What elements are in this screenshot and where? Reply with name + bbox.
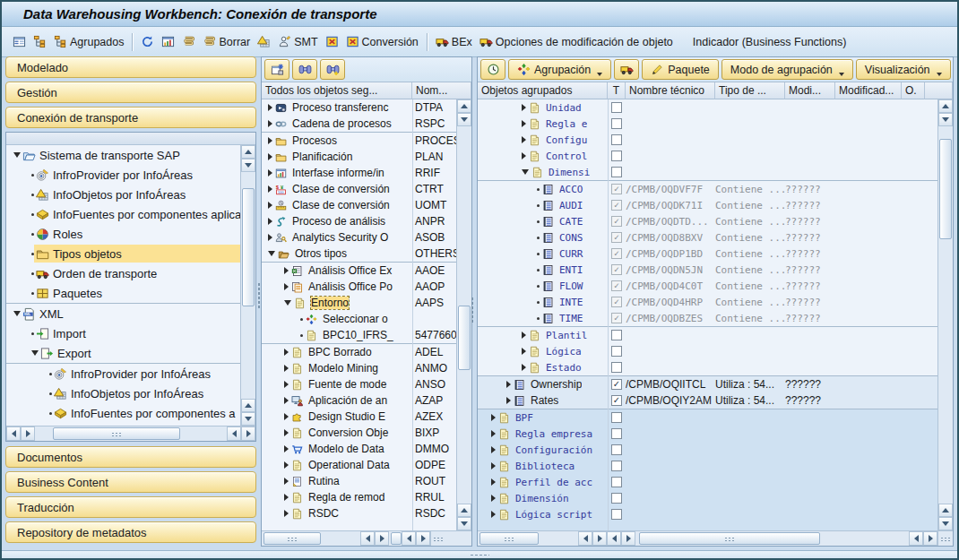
vertical-scrollbar[interactable] — [456, 99, 471, 530]
chevron-right-icon[interactable] — [522, 152, 526, 159]
chevron-right-icon[interactable] — [284, 349, 289, 356]
object-type-row[interactable]: $¥100Clase de conversiónCTRT — [262, 181, 456, 197]
scroll-right-button[interactable] — [375, 531, 389, 546]
scroll-up-button[interactable] — [938, 504, 953, 517]
conversion-button[interactable]: Conversión — [342, 33, 422, 50]
object-changeability-button[interactable]: Opciones de modificación de objeto — [476, 33, 677, 50]
chevron-right-icon[interactable] — [284, 429, 289, 436]
find-button[interactable] — [292, 59, 317, 80]
delete-button[interactable]: Borrar — [199, 33, 254, 50]
object-type-row[interactable]: Otros tiposOTHERS — [262, 246, 456, 262]
vertical-scrollbar[interactable] — [937, 99, 953, 530]
scrollbar-thumb[interactable] — [242, 188, 255, 306]
sidebar-button-documentos[interactable]: Documentos — [5, 446, 256, 468]
scroll-left-button[interactable] — [607, 531, 621, 546]
column-header[interactable]: Tipo de ... — [715, 82, 785, 99]
scroll-down-button[interactable] — [241, 159, 255, 172]
nav-tree-item[interactable]: Paquetes — [6, 283, 240, 303]
chevron-right-icon[interactable] — [268, 234, 272, 241]
object-type-row[interactable]: Fuente de modeANSO — [262, 376, 456, 392]
chevron-right-icon[interactable] — [284, 461, 289, 469]
chevron-right-icon[interactable] — [284, 365, 289, 372]
chevron-right-icon[interactable] — [268, 120, 272, 127]
chevron-down-icon[interactable] — [284, 300, 291, 306]
infoobject-button[interactable] — [254, 33, 274, 50]
select-checkbox[interactable] — [611, 330, 622, 340]
grouped-object-row[interactable]: Lógica — [478, 343, 937, 359]
grouped-object-row[interactable]: BPF — [478, 409, 937, 426]
chevron-right-icon[interactable] — [268, 169, 272, 177]
select-checkbox[interactable] — [611, 362, 622, 373]
find-next-button[interactable] — [320, 59, 345, 80]
chevron-right-icon[interactable] — [522, 348, 526, 355]
hierarchy-button[interactable] — [30, 33, 50, 50]
nav-tree-item[interactable]: Roles — [6, 224, 240, 244]
chevron-right-icon[interactable] — [522, 136, 526, 143]
report-button[interactable] — [158, 33, 178, 50]
grouped-object-row[interactable]: Estado — [478, 359, 937, 375]
scrollbar-thumb[interactable] — [53, 427, 180, 440]
grouping-button[interactable]: Agrupación — [508, 59, 611, 80]
object-type-row[interactable]: Modelo de DataDMMO — [262, 441, 456, 457]
object-type-row[interactable]: BPC BorradoADEL — [262, 343, 456, 360]
chevron-right-icon[interactable] — [268, 137, 272, 144]
grouped-object-row[interactable]: TIME✓/CPMB/OQDBZESContiene ...?????? — [478, 310, 937, 326]
display-button[interactable]: Visualización — [856, 59, 951, 80]
chevron-down-icon[interactable] — [268, 251, 275, 256]
scrollbar-thumb[interactable] — [264, 532, 321, 545]
refresh-button[interactable] — [137, 33, 158, 50]
scroll-down-button[interactable] — [457, 113, 471, 126]
scroll-left-button[interactable] — [227, 426, 241, 441]
sidebar-button-business-content[interactable]: Business Content — [5, 471, 256, 493]
chevron-right-icon[interactable] — [491, 478, 496, 486]
collect-button[interactable] — [480, 59, 505, 80]
scroll-up-button[interactable] — [457, 504, 471, 517]
grouped-object-row[interactable]: ENTI✓/CPMB/OQDN5JNContiene ...?????? — [478, 262, 937, 278]
scroll-right-button[interactable] — [621, 531, 635, 546]
grouped-object-row[interactable]: Control — [478, 148, 937, 164]
grouped-object-row[interactable]: FLOW✓/CPMB/OQD4C0TContiene ...?????? — [478, 278, 937, 294]
object-type-row[interactable]: Design Studio EAZEX — [262, 409, 456, 425]
package-button[interactable]: Paquete — [642, 59, 719, 80]
select-checkbox[interactable] — [611, 346, 622, 357]
object-type-row[interactable]: Análisis Office PoAAOP — [262, 279, 456, 295]
chevron-right-icon[interactable] — [506, 381, 511, 388]
nav-tree-item[interactable]: Roles — [6, 423, 240, 426]
grouped-object-row[interactable]: Dimensi — [478, 164, 937, 180]
scroll-left-button[interactable] — [6, 426, 21, 441]
object-type-row[interactable]: Regla de remodRRUL — [262, 489, 456, 505]
object-type-row[interactable]: Proceso transferencDTPA — [262, 99, 456, 116]
sidebar-button-traduccion[interactable]: Traducción — [5, 496, 256, 518]
scroll-right-button[interactable] — [592, 531, 607, 546]
scroll-up-button[interactable] — [938, 99, 953, 113]
grouped-object-row[interactable]: Plantil — [478, 326, 937, 343]
chevron-right-icon[interactable] — [268, 218, 272, 225]
scrollbar-thumb[interactable] — [639, 532, 820, 545]
grouped-object-row[interactable]: Dimensión — [478, 490, 937, 506]
column-header[interactable]: Objetos agrupados — [478, 82, 608, 99]
select-checkbox[interactable] — [611, 477, 622, 487]
scroll-up-button[interactable] — [241, 399, 255, 412]
object-type-row[interactable]: RutinaROUT — [262, 473, 456, 489]
chevron-right-icon[interactable] — [491, 414, 496, 421]
grouped-object-row[interactable]: AUDI✓/CPMB/OQDK71IContiene ...?????? — [478, 197, 937, 213]
create-template-button[interactable] — [264, 59, 289, 80]
grouped-object-row[interactable]: Lógica script — [478, 506, 937, 522]
nav-tree-item[interactable]: Import — [6, 323, 240, 343]
select-checkbox[interactable] — [611, 118, 622, 129]
chevron-right-icon[interactable] — [268, 153, 272, 160]
grouped-object-row[interactable]: CATE✓/CPMB/OQDTD...Contiene ...?????? — [478, 213, 937, 229]
column-header[interactable]: O. — [902, 82, 925, 99]
object-type-row[interactable]: RSDCRSDC — [262, 505, 456, 521]
object-type-row[interactable]: Operational DataODPE — [262, 457, 456, 473]
scroll-down-button[interactable] — [457, 517, 471, 530]
chevron-right-icon[interactable] — [268, 185, 272, 193]
chevron-down-icon[interactable] — [13, 311, 21, 316]
scroll-right-button[interactable] — [21, 426, 35, 441]
right-splitter-grip[interactable] — [471, 297, 475, 323]
chevron-right-icon[interactable] — [284, 267, 289, 274]
nav-tree-item[interactable]: XMLXML — [6, 303, 240, 323]
horizontal-scrollbar[interactable] — [478, 530, 953, 546]
grouped-object-row[interactable]: INTE✓/CPMB/OQD4HRPContiene ...?????? — [478, 294, 937, 310]
chevron-right-icon[interactable] — [522, 120, 526, 127]
